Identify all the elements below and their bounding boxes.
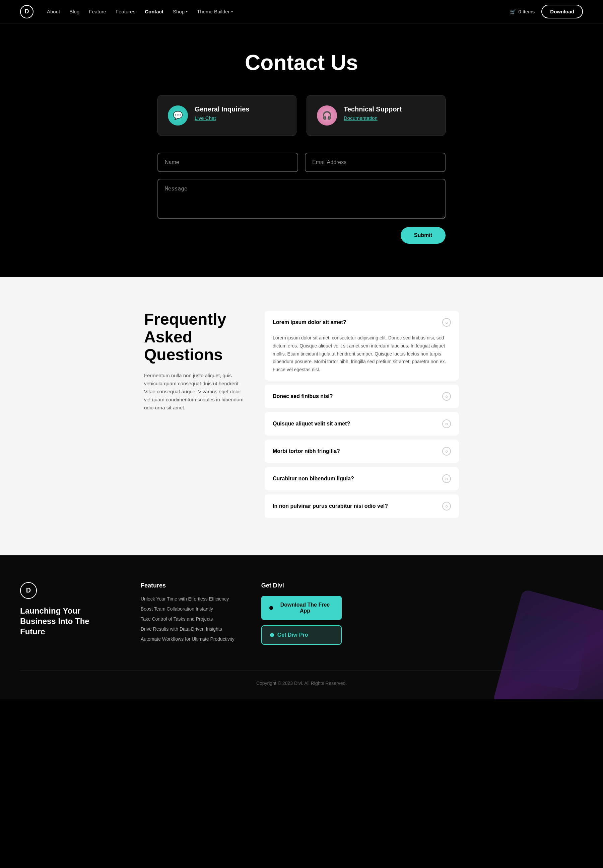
footer-feature-link-1[interactable]: Unlock Your Time with Effortless Efficie… <box>141 596 229 601</box>
cart-area[interactable]: 🛒 0 Items <box>510 9 535 15</box>
faq-section: Frequently Asked Questions Fermentum nul… <box>0 277 603 555</box>
download-free-app-button[interactable]: Download The Free App <box>261 596 342 620</box>
faq-item-3: Quisque aliquet velit sit amet? ○ <box>264 412 459 435</box>
faq-icon-5: ○ <box>442 474 451 483</box>
support-icon: 🎧 <box>317 105 337 125</box>
documentation-link[interactable]: Documentation <box>344 115 377 121</box>
contact-card-inquiries: 💬 General Inquiries Live Chat <box>158 95 297 136</box>
footer-decoration-2 <box>510 614 588 691</box>
nav-blog[interactable]: Blog <box>70 9 79 14</box>
get-pro-btn-label: Get Divi Pro <box>277 632 308 638</box>
faq-icon-3: ○ <box>442 419 451 428</box>
faq-item-5: Curabitur non bibendum ligula? ○ <box>264 467 459 490</box>
faq-left: Frequently Asked Questions Fermentum nul… <box>144 311 244 412</box>
form-row-top <box>158 153 445 172</box>
download-button[interactable]: Download <box>541 5 583 19</box>
theme-chevron-icon: ▾ <box>231 10 233 13</box>
pro-dot-icon <box>270 633 274 637</box>
footer-feature-link-2[interactable]: Boost Team Collaboration Instantly <box>141 606 213 612</box>
nav-contact[interactable]: Contact <box>145 9 164 14</box>
inquiries-title: General Inquiries <box>195 105 249 113</box>
footer-logo-letter: D <box>26 586 31 594</box>
faq-right: Lorem ipsum dolor sit amet? ○ Lorem ipsu… <box>264 311 459 522</box>
nav-shop[interactable]: Shop ▾ <box>173 9 188 14</box>
faq-body-1: Lorem ipsum dolor sit amet, consectetur … <box>264 334 459 381</box>
footer-logo[interactable]: D <box>20 582 37 599</box>
name-input[interactable] <box>158 153 298 172</box>
faq-question-2: Donec sed finibus nisi? <box>273 393 333 399</box>
footer-tagline: Launching Your Business Into The Future <box>20 606 114 637</box>
email-input[interactable] <box>305 153 445 172</box>
message-input[interactable] <box>158 179 445 219</box>
faq-icon-1: ○ <box>442 318 451 327</box>
get-divi-pro-button[interactable]: Get Divi Pro <box>261 625 342 645</box>
contact-cards: 💬 General Inquiries Live Chat 🎧 Technica… <box>158 95 445 136</box>
page-title: Contact Us <box>20 50 583 75</box>
nav-features[interactable]: Features <box>116 9 135 14</box>
footer-feature-link-4[interactable]: Drive Results with Data-Driven Insights <box>141 626 222 632</box>
faq-question-3: Quisque aliquet velit sit amet? <box>273 421 350 427</box>
faq-icon-4: ○ <box>442 447 451 456</box>
download-dot-icon <box>269 606 273 610</box>
download-btn-label: Download The Free App <box>277 602 334 614</box>
faq-header-6[interactable]: In non pulvinar purus curabitur nisi odi… <box>264 495 459 518</box>
copyright-text: Copyright © 2023 Divi. All Rights Reserv… <box>256 680 347 686</box>
cart-label: 0 Items <box>518 9 535 14</box>
faq-header-4[interactable]: Morbi tortor nibh fringilla? ○ <box>264 439 459 463</box>
navbar-links: About Blog Feature Features Contact Shop… <box>47 9 510 14</box>
faq-question-5: Curabitur non bibendum ligula? <box>273 476 354 482</box>
inquiries-info: General Inquiries Live Chat <box>195 105 249 121</box>
shop-chevron-icon: ▾ <box>186 10 188 13</box>
footer-feature-link-5[interactable]: Automate Workflows for Ultimate Producti… <box>141 636 235 642</box>
navbar: D About Blog Feature Features Contact Sh… <box>0 0 603 23</box>
cart-icon: 🛒 <box>510 9 516 15</box>
faq-header-2[interactable]: Donec sed finibus nisi? ○ <box>264 385 459 408</box>
faq-description: Fermentum nulla non justo aliquet, quis … <box>144 372 244 412</box>
contact-hero: Contact Us 💬 General Inquiries Live Chat… <box>0 23 603 277</box>
contact-form: Submit <box>158 153 445 244</box>
faq-header-1[interactable]: Lorem ipsum dolor sit amet? ○ <box>264 311 459 334</box>
faq-icon-6: ○ <box>442 502 451 510</box>
footer-features-col: Features Unlock Your Time with Effortles… <box>141 582 235 650</box>
footer-feature-link-3[interactable]: Take Control of Tasks and Projects <box>141 616 213 621</box>
contact-card-support: 🎧 Technical Support Documentation <box>306 95 445 136</box>
live-chat-link[interactable]: Live Chat <box>195 115 216 121</box>
faq-icon-2: ○ <box>442 392 451 401</box>
faq-header-3[interactable]: Quisque aliquet velit sit amet? ○ <box>264 412 459 435</box>
nav-theme-builder[interactable]: Theme Builder ▾ <box>197 9 233 14</box>
faq-item-4: Morbi tortor nibh fringilla? ○ <box>264 439 459 463</box>
inquiries-icon: 💬 <box>168 105 188 125</box>
faq-question-1: Lorem ipsum dolor sit amet? <box>273 319 346 325</box>
footer-features-heading: Features <box>141 582 235 589</box>
support-title: Technical Support <box>344 105 402 113</box>
nav-feature[interactable]: Feature <box>89 9 106 14</box>
footer-brand: D Launching Your Business Into The Futur… <box>20 582 114 650</box>
faq-item-6: In non pulvinar purus curabitur nisi odi… <box>264 495 459 518</box>
footer-features-list: Unlock Your Time with Effortless Efficie… <box>141 596 235 642</box>
footer-top: D Launching Your Business Into The Futur… <box>20 582 583 650</box>
footer-get-divi-heading: Get Divi <box>261 582 583 589</box>
support-info: Technical Support Documentation <box>344 105 402 121</box>
navbar-logo[interactable]: D <box>20 5 34 19</box>
nav-about[interactable]: About <box>47 9 60 14</box>
faq-question-6: In non pulvinar purus curabitur nisi odi… <box>273 503 388 509</box>
faq-heading: Frequently Asked Questions <box>144 311 244 364</box>
submit-button[interactable]: Submit <box>400 227 445 244</box>
faq-item-2: Donec sed finibus nisi? ○ <box>264 385 459 408</box>
faq-header-5[interactable]: Curabitur non bibendum ligula? ○ <box>264 467 459 490</box>
footer: D Launching Your Business Into The Futur… <box>0 555 603 699</box>
faq-question-4: Morbi tortor nibh fringilla? <box>273 448 340 454</box>
logo-letter: D <box>25 8 29 15</box>
faq-item-1: Lorem ipsum dolor sit amet? ○ Lorem ipsu… <box>264 311 459 381</box>
